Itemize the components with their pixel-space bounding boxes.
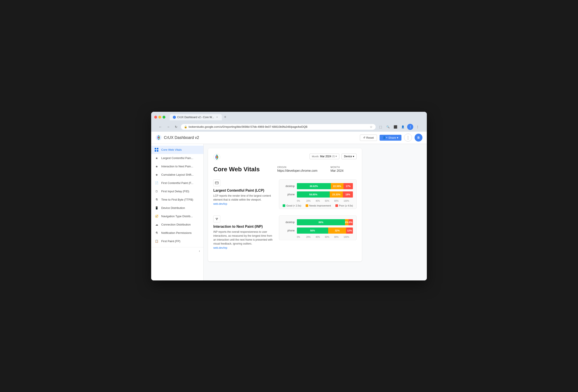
inp-x-tick-40: 40% [315, 236, 325, 238]
sidebar-label-fid: First Input Delay (FID) [161, 190, 189, 193]
flask-icon-notification: ⚗ [155, 231, 159, 235]
lcp-desktop-good: 60.62% [297, 183, 331, 189]
inp-phone-needs: 32% [328, 228, 346, 234]
legend-poor-color [335, 204, 338, 207]
legend-poor: Poor (≥ 4.0s) [335, 204, 353, 207]
x-tick-0: 0% [297, 200, 306, 202]
report-header: Month: Mar 2024 (1) ▾ Device ▾ [213, 153, 357, 161]
sidebar-label-navtype: Navigation Type Distrib... [161, 215, 193, 218]
lcp-content: Largest Contentful Paint (LCP) LCP repor… [213, 179, 357, 209]
app-logo-icon [155, 135, 162, 141]
sidebar-item-core-web-vitals[interactable]: Core Web Vitals [151, 146, 203, 154]
toolbar-actions: ⬚ 🔍 ⬛ 👤 ⋮ ⋮ [377, 124, 421, 130]
sidebar-label-device: Device Distribution [161, 206, 185, 210]
legend-needs-label: Needs Improvement [309, 204, 331, 207]
device-filter-dropdown[interactable]: Device ▾ [341, 153, 357, 159]
inp-name: Interaction to Next Paint (INP) [213, 225, 275, 229]
sidebar-item-first-paint[interactable]: 📋 First Paint (FP) [151, 237, 203, 245]
browser-window: CrUX Dashboard v2 › Core W... × + ← → ↻ … [151, 112, 427, 280]
extensions-icon[interactable]: ⬚ [377, 124, 384, 130]
sidebar-label-fp: First Paint (FP) [161, 240, 180, 243]
close-button[interactable] [154, 116, 157, 119]
lcp-desktop-poor: 17% [343, 183, 353, 189]
tab-title: CrUX Dashboard v2 › Core W... [177, 116, 214, 119]
lcp-phone-poor: 18% [343, 192, 353, 197]
inp-desktop-poor: 8% [348, 219, 353, 225]
origin-label: Origin [277, 166, 317, 168]
star-icon-lcp: ★ [155, 156, 159, 160]
legend-needs-color [306, 204, 308, 207]
sidebar-item-cls[interactable]: ★ Cumulative Layout Shift... [151, 171, 203, 179]
month-filter-dropdown[interactable]: Month: Mar 2024 (1) ▾ [310, 153, 339, 159]
browser-chrome: CrUX Dashboard v2 › Core W... × + ← → ↻ … [151, 112, 427, 132]
new-tab-button[interactable]: + [222, 114, 228, 120]
tab-bar: CrUX Dashboard v2 › Core W... × + [170, 114, 228, 120]
device-dropdown-icon: ▾ [353, 155, 354, 158]
address-bar[interactable]: 🔒 lookerstudio.google.com/u/0/reporting/… [181, 124, 376, 130]
url-text: lookerstudio.google.com/u/0/reporting/bb… [189, 125, 368, 128]
header-avatar[interactable]: B [415, 134, 423, 142]
lcp-chart-legend: Good (< 2.5s) Needs Improvement Poor (≥ … [283, 204, 353, 207]
inp-x-tick-100: 100% [343, 236, 353, 238]
refresh-button[interactable]: ↻ [173, 124, 179, 130]
chrome-more-icon[interactable]: ⋮ [415, 124, 421, 130]
sidebar-item-connection[interactable]: ☁ Connection Distribution [151, 220, 203, 229]
share-dropdown-icon: ▾ [397, 136, 398, 139]
sidebar-item-fcp[interactable]: 📄 First Contentful Paint (F... [151, 179, 203, 187]
sidebar-toggle-icon[interactable]: ⬛ [392, 124, 398, 130]
sidebar-label-core-web-vitals: Core Web Vitals [161, 148, 182, 151]
more-options-button[interactable]: ⋮ [404, 134, 412, 142]
inp-x-tick-0: 0% [297, 236, 306, 238]
sidebar-item-device[interactable]: 📱 Device Distribution [151, 204, 203, 212]
report-controls: Month: Mar 2024 (1) ▾ Device ▾ [310, 153, 357, 159]
sidebar-label-ttfb: Time to First Byte (TTFB) [161, 198, 193, 201]
sidebar-item-navtype[interactable]: 🧭 Navigation Type Distrib... [151, 212, 203, 220]
back-button[interactable]: ← [157, 124, 163, 130]
sidebar-item-lcp[interactable]: ★ Largest Contentful Pain... [151, 154, 203, 162]
share-button[interactable]: 👤+ Share ▾ [380, 135, 401, 141]
lcp-name: Largest Contentful Paint (LCP) [213, 189, 275, 193]
doc-icon-fcp: 📄 [155, 181, 159, 185]
looker-icon[interactable]: 🔍 [385, 124, 391, 130]
lcp-phone-needs: 23.33% [330, 192, 343, 197]
lcp-desktop-label: desktop [283, 185, 295, 188]
app-header-left: CrUX Dashboard v2 [155, 135, 199, 141]
minimize-button[interactable] [158, 116, 161, 119]
sidebar-item-ttfb[interactable]: ⚗ Time to First Byte (TTFB) [151, 196, 203, 204]
inp-x-tick-20: 20% [306, 236, 316, 238]
report-logo [213, 153, 220, 161]
app-header-right: ↺ Reset 👤+ Share ▾ ⋮ B [360, 134, 423, 142]
inp-desktop-label: desktop [283, 221, 295, 224]
sidebar-item-inp[interactable]: ★ Interaction to Next Pain... [151, 162, 203, 171]
app-body: Core Web Vitals ★ Largest Contentful Pai… [151, 144, 366, 280]
x-tick-60: 60% [325, 200, 334, 202]
lcp-phone-label: phone [283, 193, 295, 196]
tab-close-icon[interactable]: × [215, 115, 219, 119]
reset-button[interactable]: ↺ Reset [360, 135, 377, 141]
forward-button[interactable]: → [165, 124, 171, 130]
inp-content: Interaction to Next Paint (INP) INP repo… [213, 215, 357, 249]
sidebar-item-notification[interactable]: ⚗ Notification Permissions [151, 229, 203, 237]
user-avatar[interactable]: ⋮ [407, 124, 413, 130]
collapse-sidebar-button[interactable]: ‹ [199, 249, 200, 253]
x-tick-20: 20% [306, 200, 316, 202]
sidebar-collapse-area: ‹ [151, 247, 203, 254]
month-filter-label: Month: [312, 155, 319, 158]
sidebar-item-fid[interactable]: 🗋 First Input Delay (FID) [151, 187, 203, 196]
lcp-desktop-row: desktop 60.62% 22.38% 17% [283, 183, 353, 189]
lcp-link[interactable]: web.dev/lcp [213, 202, 227, 205]
browser-toolbar: ← → ↻ 🔒 lookerstudio.google.com/u/0/repo… [154, 122, 424, 132]
profile-icon[interactable]: 👤 [400, 124, 406, 130]
lcp-chart: desktop 60.62% 22.38% 17% phone [279, 179, 357, 209]
sidebar-label-fcp: First Contentful Paint (F... [161, 181, 193, 185]
month-group: Month Mar 2024 [331, 166, 343, 174]
maximize-button[interactable] [163, 116, 165, 119]
x-tick-100: 100% [343, 200, 353, 202]
month-filter-value: Mar 2024 [320, 155, 331, 158]
app-container: CrUX Dashboard v2 ↺ Reset 👤+ Share ▾ ⋮ B [151, 132, 427, 280]
inp-link[interactable]: web.dev/inp [213, 246, 227, 249]
active-tab[interactable]: CrUX Dashboard v2 › Core W... × [170, 114, 222, 120]
bookmark-icon[interactable]: ☆ [370, 125, 373, 129]
lcp-x-axis: 0% 20% 40% 60% 80% 100% [283, 200, 353, 202]
inp-icon-area [213, 215, 275, 222]
